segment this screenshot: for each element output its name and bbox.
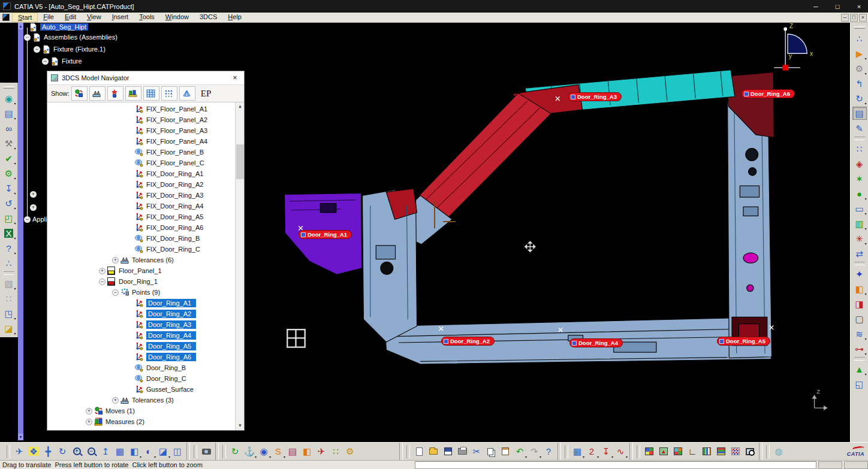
excel-button[interactable]: X▾ [2, 226, 16, 240]
gdt-datum-button[interactable]: ◈ [852, 157, 867, 170]
tree-item[interactable]: FIX_Door_Ring_A3 [47, 190, 235, 201]
star-path-button[interactable]: ✶ [852, 172, 867, 185]
tree-item[interactable]: +Measures (2) [47, 416, 235, 427]
tree-item-label[interactable]: FIX_Floor_Panel_A4 [146, 138, 207, 145]
tree-item-label[interactable]: Door_Ring_A5 [146, 342, 196, 350]
spray-button[interactable]: ≋▾ [852, 327, 867, 340]
analysis-colormap-button[interactable] [642, 445, 656, 458]
spec-tree-label[interactable]: Fixture (Fixture.1) [53, 46, 106, 53]
tree-item[interactable]: FIX_Door_Ring_A2 [47, 179, 235, 190]
dropdown-arrow-icon[interactable]: ▾ [14, 161, 16, 165]
show-points-button[interactable] [161, 86, 177, 101]
tree-item-label[interactable]: FIX_Floor_Panel_B [146, 149, 204, 156]
rotate-gear-button[interactable]: ↻▾ [852, 92, 867, 105]
spec-tree-label[interactable]: Assemblies (Assemblies) [44, 34, 117, 41]
viewport-label[interactable]: Door_Ring_A3 [568, 92, 622, 101]
tree-expander-icon[interactable]: + [86, 419, 92, 425]
tree-item[interactable]: +Tolerances (3) [47, 395, 235, 406]
spec-expander-icon[interactable]: + [30, 191, 37, 198]
annotate-2-button[interactable]: 2▾ [584, 445, 599, 458]
dropdown-arrow-icon[interactable]: ▾ [14, 176, 16, 180]
validate-check-button[interactable]: ✔▾ [2, 152, 16, 165]
flow-button[interactable]: ⊶▾ [852, 342, 867, 355]
dropdown-arrow-icon[interactable]: ▾ [864, 196, 866, 201]
tree-expander-icon[interactable]: − [99, 279, 106, 285]
tree-item-label[interactable]: FIX_Door_Ring_A5 [146, 213, 203, 220]
menu-insert[interactable]: Insert [107, 13, 134, 22]
dropdown-arrow-icon[interactable]: ▾ [626, 455, 628, 459]
analysis-chart-button[interactable] [700, 445, 714, 458]
viewport-label[interactable]: Door_Ring_A6 [742, 89, 795, 98]
camera-button[interactable] [199, 445, 213, 458]
analysis-mountain-button[interactable]: ▲ [656, 445, 671, 458]
normal-view-button[interactable]: ↥ [98, 445, 113, 458]
tree-item[interactable]: FIX_Door_Ring_A1 [47, 168, 235, 179]
new-doc-button[interactable] [412, 445, 426, 458]
select-arrow-button[interactable]: ▶▾ [852, 47, 867, 60]
dialog-title-bar[interactable]: 3DCS Model Navigator × [47, 71, 244, 84]
cube-translucent-button[interactable]: ▧▾ [2, 277, 16, 290]
tree-item[interactable]: +Floor_Panel_1 [47, 265, 235, 276]
tree-item[interactable]: FIX_Door_Ring_B [47, 233, 235, 244]
show-tolerances-button[interactable] [89, 86, 106, 101]
catalog-book-button[interactable]: ◰▾ [2, 211, 16, 225]
rotate-button[interactable]: ↻ [55, 445, 70, 458]
tree-item[interactable]: −Door_Ring_1 [47, 276, 235, 287]
spline-button[interactable]: ∿▾ [613, 445, 628, 458]
dropdown-arrow-icon[interactable]: ▾ [14, 146, 16, 150]
dropdown-arrow-icon[interactable]: ▾ [14, 331, 16, 335]
tree-item-label[interactable]: Moves (1) [106, 407, 135, 414]
viewport-3d[interactable]: Z Z x y Auto_Seg_Hipt−Assemblies (Assemb… [0, 23, 868, 442]
tree-item[interactable]: FIX_Floor_Panel_B [47, 147, 235, 158]
tree-item-label[interactable]: FIX_Door_Ring_A1 [146, 170, 203, 177]
cube-arrow-button[interactable]: ◳▾ [2, 307, 16, 320]
toolbar-handle[interactable] [7, 445, 10, 458]
tree-item[interactable]: FIX_Floor_Panel_A4 [47, 136, 235, 147]
toolbar-handle[interactable] [854, 26, 865, 29]
dcs-jet-button[interactable]: ✈ [314, 445, 328, 458]
paintbrush-button[interactable]: ✎ [852, 122, 867, 135]
tree-item[interactable]: Door_Ring_A5 [47, 341, 235, 352]
dcs-simulate-button[interactable]: ↻ [228, 445, 242, 458]
power-input-field[interactable] [415, 461, 816, 469]
tree-item[interactable]: Door_Ring_C [47, 373, 235, 384]
viewport-label[interactable]: Door_Ring_A4 [569, 338, 623, 347]
dialog-close-button[interactable]: × [230, 72, 240, 83]
dropdown-arrow-icon[interactable]: ▾ [14, 101, 16, 105]
undo-button[interactable]: ↶▾ [513, 445, 527, 458]
spec-tree-node[interactable]: −Fixture (Fixture.1) [34, 45, 106, 53]
key-measure-button[interactable]: ↧▾ [2, 181, 16, 195]
points-cluster-button[interactable]: ∷ [852, 142, 867, 155]
tools-button[interactable]: ⚒▾ [2, 137, 16, 150]
spec-expander-icon[interactable]: − [34, 46, 40, 53]
save-button[interactable] [441, 445, 455, 458]
tree-item-label[interactable]: Door_Ring_B [146, 364, 186, 371]
tree-item[interactable]: FIX_Floor_Panel_A3 [47, 125, 235, 136]
tree-item-label[interactable]: Measures (2) [106, 418, 144, 425]
tree-item[interactable]: FIX_Floor_Panel_C [47, 158, 235, 168]
minimize-button[interactable]: ─ [807, 0, 825, 13]
spec-tree-label[interactable]: Appli [32, 216, 47, 223]
tree-item-label[interactable]: FIX_Door_Ring_C [146, 246, 200, 253]
histogram-window-button[interactable]: ◱ [852, 377, 867, 391]
grid-add-button[interactable]: ▦▾ [570, 445, 584, 458]
dropdown-arrow-icon[interactable]: ▾ [14, 316, 16, 320]
tree-item-label[interactable]: Door_Ring_1 [119, 278, 158, 285]
menu-help[interactable]: Help [222, 13, 247, 22]
tree-scroll-down-icon[interactable]: ▼ [18, 434, 23, 440]
show-pattern-button[interactable] [143, 86, 159, 101]
fly-button[interactable]: ✈ [12, 445, 26, 458]
tree-item[interactable]: Door_Ring_B [47, 362, 235, 373]
tree-item[interactable]: +Moves (1) [47, 406, 235, 416]
scroll-up-icon[interactable]: ▲ [236, 102, 244, 111]
tree-item[interactable]: FIX_Door_Ring_A4 [47, 201, 235, 211]
dcs-spheres-button[interactable]: ∷ [328, 445, 343, 458]
spec-tree-node[interactable]: + [30, 191, 37, 198]
spec-tree-node[interactable]: Auto_Seg_Hipt [29, 23, 88, 31]
report-button[interactable]: ▤▾ [2, 107, 16, 120]
spec-tree-node[interactable]: −Assemblies (Assemblies) [24, 33, 117, 41]
dropdown-arrow-icon[interactable]: ▾ [864, 101, 866, 105]
pan-button[interactable]: ╋ [41, 445, 55, 458]
tree-item-label[interactable]: Gusset_Surface [146, 386, 194, 393]
tree-item[interactable]: FIX_Door_Ring_A6 [47, 222, 235, 233]
